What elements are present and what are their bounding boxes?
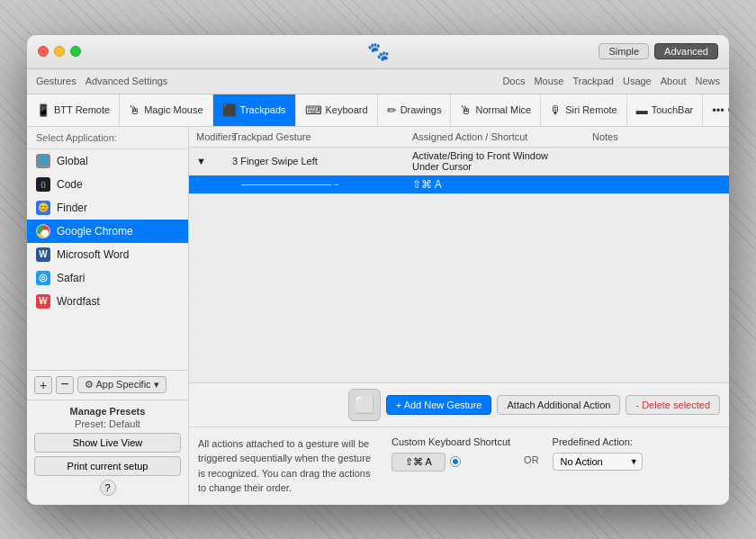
sidebar-item-chrome[interactable]: Google Chrome [27,220,188,243]
advanced-mode-button[interactable]: Advanced [654,43,718,59]
sidebar-item-global[interactable]: 🌐 Global [27,149,188,173]
tab-normal-mice-label: Normal Mice [475,104,531,115]
magic-mouse-icon: 🖱 [129,103,140,117]
table-row-empty [189,374,729,382]
shortcut-field[interactable]: ⇧⌘ A [392,453,446,472]
normal-mice-icon: 🖱 [460,103,472,117]
th-modifiers: Modifiers [189,130,225,144]
row2-action: ⇧⌘ A [405,175,585,193]
custom-shortcut-label: Custom Keyboard Shortcut [392,436,510,447]
sidebar-item-wordfast[interactable]: W Wordfast [27,290,188,313]
sidebar-item-code-label: Code [57,178,83,191]
table-row-selected[interactable]: ——————————→ ⇧⌘ A [189,175,729,194]
tab-touchbar[interactable]: ▬ TouchBar [627,94,703,126]
row2-notes [585,175,729,193]
preset-section: Manage Presets Preset: Default Show Live… [27,400,188,505]
table-row-empty [189,284,729,302]
advanced-settings-link[interactable]: Advanced Settings [86,76,168,86]
tab-btt-remote[interactable]: 📱 BTT Remote [27,94,120,126]
info-text: All actions attached to a gesture will b… [198,436,378,496]
mouse-link[interactable]: Mouse [534,76,563,86]
print-setup-button[interactable]: Print current setup [34,456,181,476]
or-label: OR [524,454,539,465]
predefined-select[interactable]: No Action [553,453,643,471]
table-row-empty [189,266,729,284]
preset-label: Preset: [75,418,106,429]
table-row[interactable]: ▼ 3 Finger Swipe Left Activate/Bring to … [189,148,729,175]
row1-gesture: 3 Finger Swipe Left [225,148,405,175]
finder-icon: 😊 [36,201,50,215]
app-specific-button[interactable]: ⚙ App Specific ▾ [77,376,166,393]
tab-other-label: Other [728,104,729,115]
tab-drawings[interactable]: ✏ Drawings [378,94,452,126]
expand-icon: ▼ [196,156,206,166]
tab-touchbar-label: TouchBar [652,104,693,115]
remove-app-button[interactable]: − [56,376,74,394]
content-area: Modifiers Trackpad Gesture Assigned Acti… [189,127,729,505]
safari-icon: ◎ [36,271,50,285]
code-icon: {} [36,177,50,192]
subtitle-bar: Gestures Advanced Settings Docs Mouse Tr… [27,69,729,94]
delete-button[interactable]: - Delete selected [626,395,720,415]
main-content: Select Application: 🌐 Global {} Code 😊 F… [27,127,729,505]
th-notes: Notes [585,130,729,144]
sidebar-item-global-label: Global [57,155,88,167]
tab-magic-mouse[interactable]: 🖱 Magic Mouse [120,94,212,126]
attach-action-button[interactable]: Attach Additional Action [497,395,620,415]
table-row-empty [189,338,729,356]
tab-trackpads[interactable]: ⬛ Trackpads [213,94,296,126]
minimize-button[interactable] [54,46,65,57]
table-body: ▼ 3 Finger Swipe Left Activate/Bring to … [189,148,729,382]
table-row-empty [189,302,729,320]
simple-mode-button[interactable]: Simple [598,43,649,59]
shortcut-section: Custom Keyboard Shortcut ⇧⌘ A [392,436,510,472]
word-icon: W [36,247,50,262]
sidebar-item-chrome-label: Google Chrome [57,225,133,238]
sidebar-item-code[interactable]: {} Code [27,173,188,196]
toolbar: 📱 BTT Remote 🖱 Magic Mouse ⬛ Trackpads ⌨… [27,94,729,127]
mode-buttons: Simple Advanced [598,43,718,59]
help-button[interactable]: ? [100,480,116,496]
docs-link[interactable]: Docs [502,76,525,86]
th-action: Assigned Action / Shortcut [405,130,585,144]
bottom-panel: All actions attached to a gesture will b… [189,427,729,505]
row2-gesture: ——————————→ [225,175,405,193]
news-link[interactable]: News [695,76,720,86]
other-icon: ••• [712,103,724,117]
bottom-actions: ⬜ + Add New Gesture Attach Additional Ac… [189,383,729,427]
wordfast-icon: W [36,294,50,309]
titlebar: 🐾 Simple Advanced [27,35,729,69]
tab-magic-mouse-label: Magic Mouse [144,104,202,115]
app-icon: 🐾 [367,40,390,62]
usage-link[interactable]: Usage [623,76,652,86]
sidebar-list: 🌐 Global {} Code 😊 Finder Google Chrome [27,149,188,370]
maximize-button[interactable] [70,46,81,57]
siri-remote-icon: 🎙 [550,103,562,117]
add-app-button[interactable]: + [34,376,52,394]
sidebar: Select Application: 🌐 Global {} Code 😊 F… [27,127,189,505]
sidebar-item-safari-label: Safari [57,272,85,284]
th-gesture: Trackpad Gesture [225,130,405,144]
tab-other[interactable]: ••• Other [703,94,729,126]
gestures-link[interactable]: Gestures [36,76,76,86]
sidebar-item-safari[interactable]: ◎ Safari [27,266,188,290]
table-row-empty [189,320,729,338]
keyboard-icon: ⌨ [305,103,322,117]
record-button[interactable]: ⬜ [348,389,381,421]
about-link[interactable]: About [661,76,687,86]
shortcut-radio[interactable] [450,456,461,467]
tab-keyboard[interactable]: ⌨ Keyboard [296,94,378,126]
sidebar-item-finder[interactable]: 😊 Finder [27,196,188,220]
add-gesture-button[interactable]: + Add New Gesture [386,395,492,415]
tab-normal-mice[interactable]: 🖱 Normal Mice [451,94,541,126]
sidebar-item-word[interactable]: W Microsoft Word [27,243,188,266]
tab-siri-remote[interactable]: 🎙 Siri Remote [541,94,626,126]
close-button[interactable] [38,46,49,57]
traffic-lights [38,46,81,57]
predefined-section: Predefined Action: No Action ▼ [553,436,643,471]
chrome-icon [36,224,50,238]
sidebar-footer: + − ⚙ App Specific ▾ [27,370,188,400]
tab-trackpads-label: Trackpads [240,104,286,115]
trackpad-link[interactable]: Trackpad [572,76,613,86]
show-live-view-button[interactable]: Show Live View [34,433,181,453]
